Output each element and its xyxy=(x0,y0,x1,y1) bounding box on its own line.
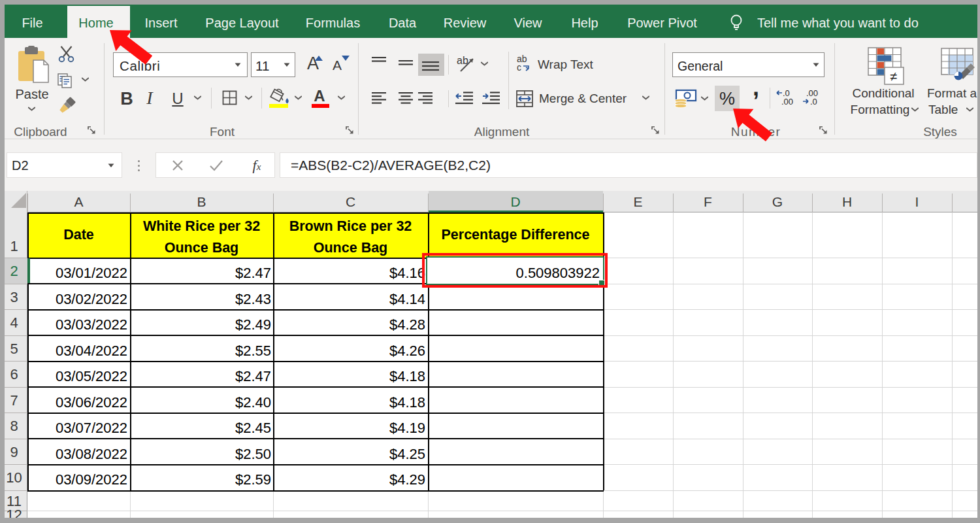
svg-text:.00: .00 xyxy=(781,97,793,106)
svg-text:.0: .0 xyxy=(810,97,817,106)
svg-text:c: c xyxy=(517,62,521,73)
svg-text:≠: ≠ xyxy=(890,69,897,84)
